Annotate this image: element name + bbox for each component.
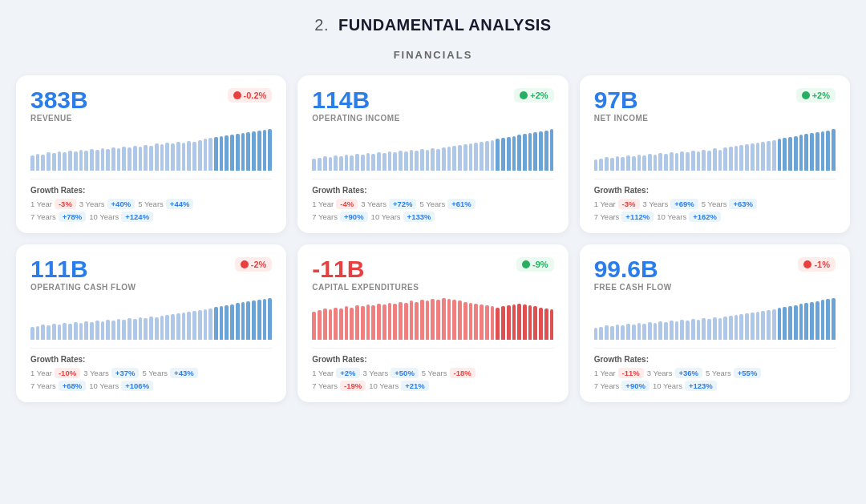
bar — [594, 159, 598, 171]
bar — [469, 143, 473, 171]
card-header: 383B -0.2% — [30, 88, 272, 112]
bar — [171, 314, 175, 340]
card-value: 111B — [30, 257, 88, 281]
bar — [165, 315, 169, 340]
bar — [697, 320, 701, 340]
growth-row-2: 7 Years +90% 10 Years +123% — [594, 381, 836, 391]
bar — [788, 137, 792, 171]
growth-item: 7 Years +112% — [594, 212, 654, 222]
bar — [642, 155, 646, 171]
bar — [474, 143, 478, 171]
bar — [415, 302, 419, 340]
bar — [436, 300, 440, 340]
bar — [539, 308, 543, 340]
card-value: 383B — [30, 88, 88, 112]
growth-row-2: 7 Years +90% 10 Years +133% — [312, 212, 553, 222]
card-header: 111B -2% — [30, 257, 272, 281]
bar — [399, 151, 403, 171]
growth-section: Growth Rates: 1 Year +2% 3 Years +50% 5 … — [312, 348, 553, 391]
bar — [117, 319, 121, 340]
bar — [111, 321, 115, 340]
bar — [236, 303, 240, 340]
bar — [399, 302, 403, 340]
growth-item: 7 Years +90% — [594, 381, 650, 391]
growth-item: 1 Year +2% — [312, 368, 359, 378]
bar — [821, 131, 825, 171]
bar — [664, 322, 668, 340]
badge-text: -2% — [251, 260, 267, 269]
bar — [431, 148, 435, 171]
chart-area — [312, 129, 553, 171]
bar — [117, 148, 121, 171]
bar — [447, 299, 451, 340]
card-header: -11B -9% — [312, 257, 553, 281]
bar — [533, 306, 537, 340]
bar — [658, 321, 662, 340]
bar — [680, 151, 684, 171]
bar — [74, 322, 78, 340]
bar — [139, 317, 143, 340]
bar — [658, 153, 662, 171]
growth-row-1: 1 Year -11% 3 Years +36% 5 Years +55% — [594, 368, 836, 378]
bar — [799, 304, 803, 340]
growth-item: 10 Years +21% — [369, 381, 429, 391]
bar — [187, 312, 191, 340]
bar — [208, 308, 212, 340]
bar — [208, 138, 212, 171]
bar — [458, 145, 462, 171]
bar — [350, 155, 354, 171]
section-label: FINANCIALS — [16, 49, 850, 61]
card-subtitle: FREE CASH FLOW — [594, 283, 836, 292]
bar — [361, 155, 365, 171]
bar — [160, 316, 164, 340]
bar — [339, 308, 343, 340]
bar — [318, 310, 322, 340]
growth-item: 10 Years +106% — [89, 381, 153, 391]
bar — [95, 321, 99, 340]
bar — [691, 319, 695, 340]
bar — [388, 151, 392, 171]
bar — [68, 151, 72, 171]
growth-row-2: 7 Years +78% 10 Years +124% — [30, 212, 272, 222]
bar — [670, 152, 674, 171]
bar — [30, 327, 34, 340]
bar — [447, 147, 451, 171]
bar — [122, 320, 126, 340]
growth-item: 7 Years -19% — [312, 381, 366, 391]
growth-row-1: 1 Year -4% 3 Years +72% 5 Years +61% — [312, 199, 553, 209]
badge: -9% — [516, 257, 554, 272]
growth-row-2: 7 Years +68% 10 Years +106% — [30, 381, 272, 391]
card-value: 97B — [594, 88, 638, 112]
bar — [761, 142, 765, 171]
bar — [832, 298, 836, 340]
bar — [767, 310, 771, 340]
bar — [323, 308, 327, 340]
growth-item: 5 Years +63% — [702, 199, 757, 209]
bar — [654, 323, 658, 340]
bar — [192, 311, 196, 340]
bar — [393, 304, 397, 340]
bar — [79, 323, 83, 340]
growth-item: 1 Year -3% — [30, 199, 76, 209]
bar — [496, 308, 500, 340]
card-value: -11B — [312, 257, 364, 281]
bar — [68, 324, 72, 340]
bar — [263, 130, 267, 171]
bar — [165, 143, 169, 171]
bar — [90, 149, 94, 171]
growth-row-1: 1 Year +2% 3 Years +50% 5 Years -18% — [312, 368, 553, 378]
bar — [36, 154, 40, 171]
bar — [594, 328, 598, 340]
bar — [52, 324, 56, 340]
bar — [101, 321, 105, 340]
bar — [616, 325, 620, 340]
bar — [517, 304, 521, 340]
growth-item: 1 Year -3% — [594, 199, 640, 209]
bar — [794, 305, 798, 340]
growth-section: Growth Rates: 1 Year -11% 3 Years +36% 5… — [594, 348, 836, 391]
bar — [214, 307, 218, 340]
bar — [47, 325, 51, 340]
bar — [442, 298, 446, 340]
growth-label: Growth Rates: — [312, 186, 553, 195]
bar — [810, 133, 814, 171]
